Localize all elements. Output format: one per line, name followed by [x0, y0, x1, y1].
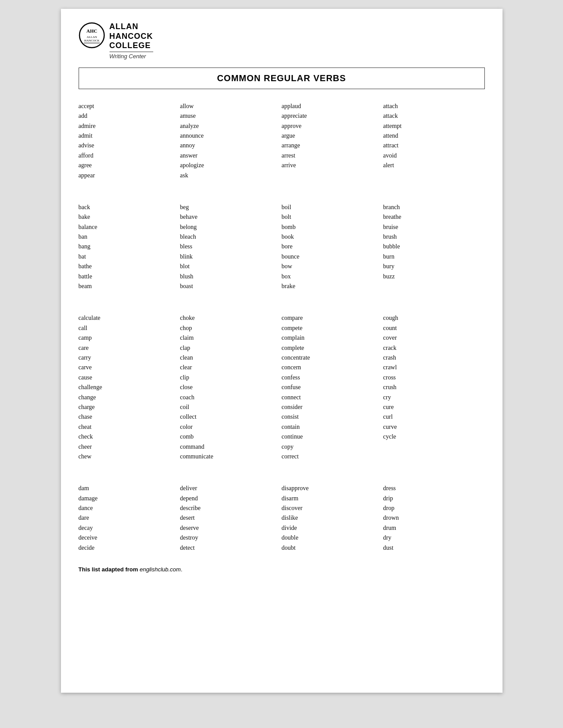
list-item: argue — [282, 131, 383, 141]
list-item: book — [282, 232, 383, 242]
list-item: calculate — [79, 313, 180, 323]
list-item: apologize — [180, 161, 282, 170]
svg-text:ALLAN: ALLAN — [87, 35, 97, 39]
verb-column-c-3: coughcountcovercrackcrashcrawlcrosscrush… — [383, 313, 485, 462]
college-name-text: ALLAN HANCOCK COLLEGE — [110, 22, 153, 51]
list-item: choke — [180, 313, 282, 323]
verb-column-d-1: deliverdependdescribedesertdeservedestro… — [180, 484, 282, 553]
title-box: COMMON REGULAR VERBS — [79, 68, 485, 89]
list-item: cause — [79, 373, 180, 383]
list-item: disapprove — [282, 484, 383, 493]
list-item: bubble — [383, 242, 485, 251]
list-item: ask — [180, 171, 282, 180]
list-item: change — [79, 393, 180, 402]
footer-text: This list adapted from — [79, 566, 140, 573]
list-item: decay — [79, 523, 180, 533]
list-item: crash — [383, 353, 485, 363]
list-item: clip — [180, 373, 282, 383]
list-item: deserve — [180, 523, 282, 533]
list-item: dance — [79, 503, 180, 513]
svg-rect-4 — [84, 43, 100, 43]
verb-column-d-0: damdamagedancedaredecaydeceivedecide — [79, 484, 180, 553]
list-item: box — [282, 272, 383, 281]
list-item: dry — [383, 533, 485, 543]
list-item: bruise — [383, 222, 485, 232]
list-item: copy — [282, 442, 383, 452]
list-item: annoy — [180, 141, 282, 150]
list-item: collect — [180, 412, 282, 422]
college-logo-icon: AHC ALLAN HANCOCK — [79, 22, 105, 49]
college-name: ALLAN HANCOCK COLLEGE Writing Center — [110, 22, 153, 60]
list-item: cross — [383, 373, 485, 383]
list-item: boast — [180, 281, 282, 291]
list-item: detect — [180, 543, 282, 553]
list-item: beg — [180, 203, 282, 212]
list-item: compete — [282, 323, 383, 333]
list-item: carry — [79, 353, 180, 363]
list-item: bleach — [180, 232, 282, 242]
list-item: complete — [282, 343, 383, 353]
list-item: branch — [383, 203, 485, 212]
verb-column-b-0: backbakebalancebanbangbatbathebattlebeam — [79, 203, 180, 292]
list-item: admire — [79, 121, 180, 131]
list-item: charge — [79, 402, 180, 412]
list-item: arrange — [282, 141, 383, 150]
list-item: crawl — [383, 363, 485, 372]
list-item: check — [79, 432, 180, 442]
list-item: dam — [79, 484, 180, 493]
list-item: drip — [383, 494, 485, 503]
list-item: care — [79, 343, 180, 353]
list-item: consist — [282, 412, 383, 422]
list-item: brake — [282, 281, 383, 291]
list-item: bake — [79, 212, 180, 222]
section-a: acceptaddadmireadmitadviseaffordagreeapp… — [79, 101, 485, 180]
list-item: battle — [79, 272, 180, 281]
list-item: cure — [383, 402, 485, 412]
verb-column-a-0: acceptaddadmireadmitadviseaffordagreeapp… — [79, 101, 180, 180]
list-item: carve — [79, 363, 180, 372]
list-item: chop — [180, 323, 282, 333]
verb-column-a-2: applaudappreciateapprovearguearrangearre… — [282, 101, 383, 180]
list-item: dust — [383, 543, 485, 553]
list-item: concentrate — [282, 353, 383, 363]
list-item: bore — [282, 242, 383, 251]
list-item: connect — [282, 393, 383, 402]
list-item: back — [79, 203, 180, 212]
list-item: cheer — [79, 442, 180, 452]
list-item: cycle — [383, 432, 485, 442]
list-item: curve — [383, 422, 485, 432]
list-item: beam — [79, 281, 180, 291]
list-item: add — [79, 111, 180, 121]
verb-column-c-2: comparecompetecomplaincompleteconcentrat… — [282, 313, 383, 462]
list-item: avoid — [383, 151, 485, 161]
list-item: bat — [79, 252, 180, 262]
list-item: belong — [180, 222, 282, 232]
verb-column-d-3: dressdripdropdrowndrumdrydust — [383, 484, 485, 553]
list-item: challenge — [79, 383, 180, 392]
list-item: crush — [383, 383, 485, 392]
list-item: chew — [79, 452, 180, 462]
list-item: desert — [180, 513, 282, 523]
list-item: buzz — [383, 272, 485, 281]
list-item: advise — [79, 141, 180, 150]
list-item: destroy — [180, 533, 282, 543]
footer-note: This list adapted from englishclub.com. — [79, 566, 485, 573]
list-item: appear — [79, 171, 180, 180]
list-item: appreciate — [282, 111, 383, 121]
list-item: communicate — [180, 452, 282, 462]
footer-source: englishclub.com — [140, 566, 181, 573]
list-item: bolt — [282, 212, 383, 222]
list-item: dislike — [282, 513, 383, 523]
list-item: attract — [383, 141, 485, 150]
list-item: doubt — [282, 543, 383, 553]
list-item: attach — [383, 101, 485, 111]
list-item: consider — [282, 402, 383, 412]
list-item: disarm — [282, 494, 383, 503]
list-item: attack — [383, 111, 485, 121]
list-item: attempt — [383, 121, 485, 131]
svg-text:AHC: AHC — [86, 28, 97, 34]
list-item: bless — [180, 242, 282, 251]
list-item: ban — [79, 232, 180, 242]
list-item: drum — [383, 523, 485, 533]
list-item: concern — [282, 363, 383, 372]
